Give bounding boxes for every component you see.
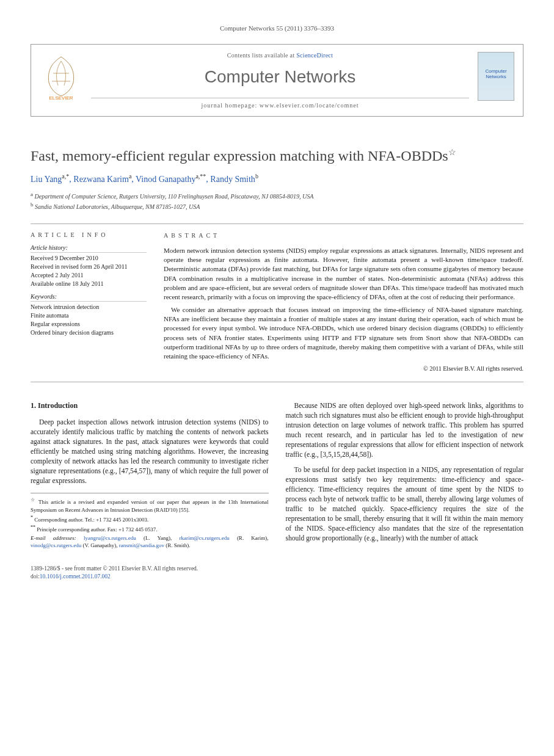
author[interactable]: Liu Yang: [31, 175, 62, 184]
body-para: Deep packet inspection allows network in…: [31, 417, 269, 486]
svg-text:ELSEVIER: ELSEVIER: [49, 95, 73, 101]
history-item: Available online 18 July 2011: [31, 280, 147, 288]
keywords-label: Keywords:: [31, 293, 147, 302]
footnotes: ☆ This article is a revised and expanded…: [31, 493, 269, 549]
body-text: 1. Introduction Deep packet inspection a…: [31, 401, 523, 549]
email-link[interactable]: lyangru@cs.rutgers.edu: [84, 535, 136, 541]
keyword: Network intrusion detection: [31, 303, 147, 311]
abstract-para: Modern network intrusion detection syste…: [164, 246, 523, 302]
author[interactable]: Rezwana Karim: [73, 175, 129, 184]
body-para: To be useful for deep packet inspection …: [286, 465, 524, 543]
doi-block: 1389-1286/$ - see front matter © 2011 El…: [31, 565, 523, 580]
section-heading: 1. Introduction: [31, 401, 269, 411]
elsevier-logo: ELSEVIER: [40, 52, 82, 101]
abstract-heading: ABSTRACT: [164, 231, 523, 240]
svg-rect-0: [40, 52, 82, 101]
doi-link[interactable]: 10.1016/j.comnet.2011.07.002: [40, 573, 111, 580]
authors-line: Liu Yanga,*, Rezwana Karima, Vinod Ganap…: [31, 173, 523, 184]
abstract-para: We consider an alternative approach that…: [164, 305, 523, 361]
article-title: Fast, memory-efficient regular expressio…: [31, 147, 523, 164]
email-link[interactable]: vinodg@cs.rutgers.edu: [31, 542, 81, 548]
history-item: Accepted 2 July 2011: [31, 271, 147, 280]
author[interactable]: Vinod Ganapathy: [136, 175, 195, 184]
contents-available: Contents lists available at ScienceDirec…: [91, 52, 469, 59]
keyword: Regular expressions: [31, 320, 147, 329]
journal-cover-thumb: Computer Networks: [478, 52, 514, 101]
history-item: Received in revised form 26 April 2011: [31, 263, 147, 271]
homepage-url[interactable]: www.elsevier.com/locate/comnet: [260, 102, 359, 109]
top-citation: Computer Networks 55 (2011) 3376–3393: [31, 24, 523, 32]
keyword: Ordered binary decision diagrams: [31, 329, 147, 337]
keyword: Finite automata: [31, 311, 147, 320]
author[interactable]: Randy Smith: [210, 175, 255, 184]
article-info-heading: ARTICLE INFO: [31, 231, 147, 238]
body-para: Because NIDS are often deployed over hig…: [286, 401, 524, 460]
article-info: ARTICLE INFO Article history: Received 9…: [31, 231, 147, 373]
email-link[interactable]: ransmit@sandia.gov: [119, 542, 164, 548]
abstract: ABSTRACT Modern network intrusion detect…: [164, 231, 523, 373]
journal-homepage: journal homepage: www.elsevier.com/locat…: [91, 98, 469, 109]
sciencedirect-link[interactable]: ScienceDirect: [296, 52, 333, 59]
star-icon: ☆: [31, 497, 36, 503]
journal-name: Computer Networks: [91, 67, 469, 87]
history-item: Received 9 December 2010: [31, 254, 147, 263]
journal-header: ELSEVIER Contents lists available at Sci…: [31, 44, 523, 117]
email-link[interactable]: rkarim@cs.rutgers.edu: [179, 535, 229, 541]
abstract-copyright: © 2011 Elsevier B.V. All rights reserved…: [164, 365, 523, 373]
history-label: Article history:: [31, 244, 147, 253]
title-footnote-star: ☆: [448, 148, 456, 157]
affiliations: a Department of Computer Science, Rutger…: [31, 191, 523, 212]
